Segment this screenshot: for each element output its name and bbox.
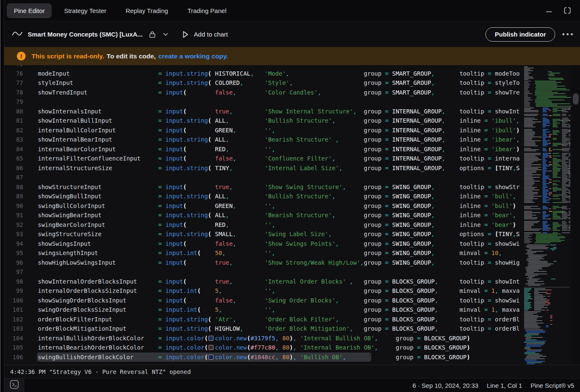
pine-editor-panel: Pine Editor Strategy Tester Replay Tradi… [4, 0, 580, 392]
code-line[interactable]: 106swingBullishOrderBlockColor = input.c… [4, 353, 523, 362]
line-number: 88 [4, 182, 23, 192]
code-line[interactable]: 101swingOrderBlocksSizeInput = input.int… [4, 305, 523, 315]
code-line[interactable]: 83showInternalBearInput = input.string( … [4, 135, 523, 145]
code-text: showSwingsInput = input( false, 'Show Sw… [38, 239, 520, 249]
code-line[interactable]: 90swingBullColorInput = input( GREEN, ''… [4, 201, 523, 211]
code-line[interactable]: 104internalBullishOrderBlockColor = inpu… [4, 334, 523, 343]
banner-bold-text: This script is read-only. [32, 53, 104, 60]
status-pine-version: Pine Script® v5 [530, 382, 574, 389]
console-log-message: 4:42:36 PM "Strategy V6 - Pure Reversal … [10, 368, 191, 375]
color-swatch[interactable] [208, 345, 214, 350]
code-line[interactable]: 95swingsLengthInput = input.int( 50, '',… [4, 248, 523, 258]
window-controls [546, 6, 580, 15]
line-number: 92 [4, 220, 23, 230]
lock-icon[interactable] [149, 31, 156, 38]
line-number: 101 [4, 305, 23, 315]
console-log: 4:42:36 PM "Strategy V6 - Pure Reversal … [4, 365, 580, 378]
color-swatch[interactable] [208, 336, 214, 341]
code-line[interactable]: 76modeInput = input.string( HISTORICAL, … [4, 69, 523, 79]
code-line[interactable]: 78showTrendInput = input( false, 'Color … [4, 88, 523, 97]
line-number: 83 [4, 135, 23, 145]
code-line[interactable]: 86internalStructureSize = input.string( … [4, 163, 523, 173]
code-line[interactable]: 82internalBullColorInput = input( GREEN,… [4, 126, 523, 135]
code-line[interactable]: 102orderBlockFilterInput = input.string(… [4, 315, 523, 324]
code-text: internalOrderBlocksSizeInput = input.int… [38, 286, 519, 296]
code-text: showSwingBullInput = input.string( ALL, … [38, 192, 516, 201]
tab-strategy-tester[interactable]: Strategy Tester [57, 3, 113, 18]
tab-replay-trading[interactable]: Replay Trading [119, 3, 175, 18]
code-line[interactable]: 81showInternalBullInput = input.string( … [4, 116, 523, 126]
code-text: modeInput = input.string( HISTORICAL, 'M… [38, 69, 519, 79]
vertical-scrollbar[interactable] [572, 65, 580, 365]
code-line[interactable]: 79 [4, 97, 523, 107]
code-line[interactable]: 100showSwingOrderBlocksInput = input( fa… [4, 296, 523, 305]
code-line[interactable]: 94showSwingsInput = input( false, 'Show … [4, 239, 523, 249]
more-options-icon[interactable] [562, 33, 573, 35]
script-menu-chevron-icon[interactable] [163, 33, 168, 36]
minimap[interactable] [523, 65, 572, 365]
status-cursor-position[interactable]: Line 1, Col 1 [487, 382, 522, 389]
bottom-panel-tabbar: Pine Editor Strategy Tester Replay Tradi… [4, 0, 580, 21]
code-line[interactable]: 93swingStructureSize = input.string( SMA… [4, 229, 523, 239]
code-line[interactable]: 84internalBearColorInput = input( RED, '… [4, 145, 523, 154]
code-text: showInternalOrderBlocksInput = input( tr… [38, 277, 520, 287]
line-number: 81 [4, 116, 23, 126]
line-number: 91 [4, 210, 23, 220]
code-line[interactable]: 98showInternalOrderBlocksInput = input( … [4, 277, 523, 287]
status-right: 6 · Sep 10, 2024, 20:33 Line 1, Col 1 Pi… [412, 382, 580, 389]
line-number: 84 [4, 145, 23, 154]
line-number: 106 [4, 353, 23, 362]
line-number: 93 [4, 229, 23, 239]
code-text: showHighLowSwingsInput = input( true, 'S… [38, 258, 519, 268]
code-text: swingBearColorInput = input( RED, '', gr… [38, 220, 516, 230]
line-number: 96 [4, 258, 23, 268]
code-line[interactable]: 97 [4, 267, 523, 277]
line-number: 82 [4, 126, 23, 135]
line-number: 89 [4, 192, 23, 201]
code-line[interactable]: 89showSwingBullInput = input.string( ALL… [4, 192, 523, 201]
line-number: 97 [4, 267, 23, 277]
code-line[interactable]: 103orderBlockMitigationInput = input.str… [4, 324, 523, 334]
script-title: Smart Money Concepts (SMC) [LuxA... [28, 31, 142, 38]
line-number: 105 [4, 343, 23, 353]
code-line[interactable]: 96showHighLowSwingsInput = input( true, … [4, 258, 523, 268]
code-line[interactable]: 99internalOrderBlocksSizeInput = input.i… [4, 286, 523, 296]
code-text: internalBearishOrderBlockColor = input.c… [38, 343, 470, 353]
console-toggle-icon[interactable] [9, 379, 19, 391]
minimize-icon[interactable] [546, 7, 552, 14]
code-text: showTrendInput = input( false, 'Color Ca… [38, 88, 520, 97]
line-number: 78 [4, 88, 23, 97]
scrollbar-thumb[interactable] [573, 93, 579, 105]
code-line[interactable]: 85internalFilterConfluenceInput = input(… [4, 154, 523, 163]
code-line[interactable]: 77styleInput = input.string( COLORED, 'S… [4, 78, 523, 88]
line-number: 102 [4, 315, 23, 324]
color-swatch[interactable] [208, 355, 214, 360]
publish-indicator-button[interactable]: Publish indicator [485, 27, 555, 42]
code-line[interactable]: 88showStructureInput = input( true, 'Sho… [4, 182, 523, 192]
indicator-wave-icon [12, 30, 23, 39]
readonly-banner: ! This script is read-only. To edit its … [4, 47, 580, 65]
panel-edge-divider[interactable] [0, 0, 4, 392]
line-number: 85 [4, 154, 23, 163]
line-number: 103 [4, 324, 23, 334]
code-text: styleInput = input.string( COLORED, 'Sty… [38, 78, 520, 88]
code-line[interactable]: 91showSwingBearInput = input.string( ALL… [4, 210, 523, 220]
code-line[interactable]: 80showInternalsInput = input( true, 'Sho… [4, 107, 523, 116]
code-line[interactable]: 75 [4, 65, 523, 69]
code-line[interactable]: 105internalBearishOrderBlockColor = inpu… [4, 343, 523, 353]
maximize-icon[interactable] [563, 6, 572, 15]
tab-trading-panel[interactable]: Trading Panel [180, 3, 234, 18]
tab-pine-editor[interactable]: Pine Editor [7, 3, 52, 18]
add-to-chart-button[interactable]: Add to chart [182, 31, 228, 38]
banner-text: To edit its code, [107, 53, 156, 60]
code-line[interactable]: 92swingBearColorInput = input( RED, '', … [4, 220, 523, 230]
code-line[interactable]: 87 [4, 173, 523, 182]
code-text: showSwingOrderBlocksInput = input( false… [38, 296, 519, 305]
code-text: showInternalsInput = input( true, 'Show … [38, 107, 519, 116]
code-text: swingBullishOrderBlockColor = input.colo… [38, 353, 470, 362]
status-date: 6 · Sep 10, 2024, 20:33 [412, 382, 478, 389]
line-number: 98 [4, 277, 23, 287]
pine-editor-window: Pine Editor Strategy Tester Replay Tradi… [0, 0, 580, 392]
create-working-copy-link[interactable]: create a working copy. [158, 53, 228, 60]
code-editor[interactable]: 7576modeInput = input.string( HISTORICAL… [4, 65, 580, 365]
